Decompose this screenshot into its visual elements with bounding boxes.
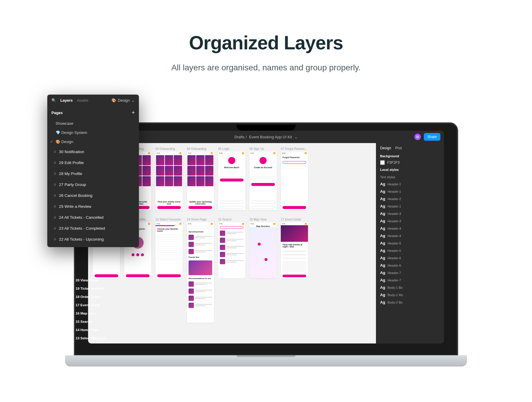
frame[interactable]: 06 Sign Up9:41 📶Create an Account: [249, 147, 277, 210]
layer-item[interactable]: 14 Home Page: [76, 326, 141, 334]
frame[interactable]: 14 Home Page9:41 📶Upcoming EventsPopular…: [187, 218, 214, 323]
search-icon[interactable]: 🔍: [51, 98, 56, 103]
layer-item[interactable]: #25 Write a Review: [47, 201, 139, 212]
frame-icon: #: [54, 204, 56, 209]
document-title[interactable]: Drafts / Event Booking App UI Kit ⌄: [234, 135, 298, 139]
figma-topbar: ◧ T ⧉ ✋ 💬 Drafts / Event Booking App UI …: [88, 131, 444, 143]
frame-icon: #: [54, 226, 56, 231]
layer-item[interactable]: 20 View Ticket: [76, 276, 141, 284]
layer-item[interactable]: #26 Cancel Booking: [47, 190, 139, 201]
text-style-item[interactable]: AgHeader-1: [380, 202, 440, 210]
layer-item[interactable]: 15 Search: [76, 317, 141, 326]
layer-item[interactable]: #29 Edit Profile: [47, 157, 139, 168]
tab-assets[interactable]: Assets: [77, 98, 88, 103]
ag-icon: Ag: [380, 197, 385, 201]
layer-item[interactable]: 16 Map View: [76, 309, 141, 317]
page-item[interactable]: 🎨 Design: [47, 137, 139, 146]
artboard[interactable]: 9:41 📶Map Direction: [249, 222, 277, 278]
artboard[interactable]: 9:41 📶Forgot Password: [281, 152, 308, 210]
ag-icon: Ag: [380, 211, 385, 216]
frame[interactable]: 15 Search9:41 📶: [218, 218, 245, 323]
tab-layers[interactable]: Layers: [60, 98, 73, 103]
user-avatar[interactable]: D: [414, 134, 421, 140]
laptop-base: [65, 355, 467, 367]
text-styles-label: Text styles: [380, 174, 440, 180]
layer-item[interactable]: 13 Select Favourite: [76, 334, 141, 342]
artboard[interactable]: 9:41 📶Party with friends at night • 2022: [281, 222, 308, 278]
text-style-item[interactable]: AgHeader-6: [380, 254, 440, 262]
frame-icon: #: [54, 237, 56, 241]
ag-icon: Ag: [380, 285, 385, 290]
frame[interactable]: 05 Login9:41 📶Welcome Back!: [218, 147, 245, 210]
frame[interactable]: 17 Event Detail9:41 📶Party with friends …: [281, 218, 308, 323]
figma-screen: ◧ T ⧉ ✋ 💬 Drafts / Event Booking App UI …: [88, 131, 444, 343]
layer-item[interactable]: #24 All Tickets - Cancelled: [47, 212, 139, 223]
tab-design[interactable]: Design: [380, 146, 391, 150]
layer-item[interactable]: 17 Event Detail: [76, 301, 141, 309]
artboard[interactable]: 9:41 📶Welcome Back!: [218, 152, 245, 210]
artboard[interactable]: 9:41 📶: [218, 222, 245, 278]
frame-label: 15 Search: [218, 218, 245, 221]
frame[interactable]: 07 Forgot Passwo...9:41 📶Forgot Password: [281, 147, 308, 210]
background-label: Background: [380, 154, 440, 158]
text-style-item[interactable]: AgHeader-7: [380, 276, 440, 284]
text-style-item[interactable]: AgHeader-4: [380, 225, 440, 232]
frame-label: 07 Forgot Passwo...: [281, 147, 308, 150]
page-selector-label: Design: [118, 98, 130, 103]
frame[interactable]: 04 Onboarding9:41 📶Update your upcoming …: [187, 147, 214, 210]
artboard[interactable]: 9:41 📶Choose your favorite event: [155, 222, 183, 278]
ag-icon: Ag: [380, 204, 385, 208]
page-item[interactable]: 💎 Design System: [47, 128, 139, 137]
text-style-item[interactable]: AgHeader-7: [380, 269, 440, 276]
frame[interactable]: 13 Select Favourite9:41 📶Choose your fav…: [155, 218, 183, 323]
text-style-item[interactable]: AgHeader-2: [380, 195, 440, 202]
layer-item[interactable]: 19 Ticket Booked: [76, 284, 141, 293]
text-style-item[interactable]: AgHeader-6: [380, 262, 440, 269]
layer-item[interactable]: #27 Party Group: [47, 179, 139, 190]
text-style-item[interactable]: AgHeader-4: [380, 232, 440, 239]
text-style-item[interactable]: AgBody-2 Bo: [380, 299, 440, 306]
layer-item[interactable]: #22 All Tickets - Upcoming: [47, 234, 139, 245]
page-item[interactable]: Showcase: [47, 119, 139, 128]
background-value: F3F2F3: [387, 161, 400, 165]
artboard[interactable]: 9:41 📶Upcoming EventsPopular NewRecommen…: [187, 222, 214, 323]
text-style-item[interactable]: AgHeader-1: [380, 188, 440, 195]
frame[interactable]: 03 Onboarding9:41 📶Find your nearby even…: [155, 147, 183, 210]
layer-item[interactable]: 18 Order Detail: [76, 293, 141, 301]
layer-item[interactable]: #30 Notification: [47, 146, 139, 157]
laptop-notch: [236, 125, 296, 131]
hero-title: Organized Layers: [0, 32, 532, 54]
text-styles-list: AgHeader-1AgHeader-1AgHeader-2AgHeader-1…: [380, 180, 440, 306]
text-style-item[interactable]: AgHeader-1: [380, 180, 440, 188]
chevron-down-icon: ⌄: [294, 135, 298, 139]
tab-prototype[interactable]: Prot: [395, 146, 402, 150]
artboard[interactable]: 9:41 📶Find your nearby event here: [155, 152, 183, 210]
add-page-button[interactable]: +: [132, 110, 135, 116]
frame-label: 03 Onboarding: [155, 147, 183, 150]
background-swatch[interactable]: [380, 160, 385, 165]
properties-panel: Design Prot Background F3F2F3 Local styl…: [376, 143, 444, 343]
frame[interactable]: 16 Map View9:41 📶Map Direction: [249, 218, 277, 323]
ag-icon: Ag: [380, 248, 385, 253]
artboard[interactable]: 9:41 📶Create an Account: [249, 152, 277, 210]
chevron-down-icon: ⌄: [132, 98, 135, 103]
ag-icon: Ag: [380, 263, 385, 268]
text-style-item[interactable]: AgBody-1 Bo: [380, 284, 440, 291]
page-selector[interactable]: 🎨 Design ⌄: [111, 98, 135, 103]
pages-section: Pages +: [47, 106, 139, 119]
text-style-item[interactable]: AgBody-1 Re: [380, 291, 440, 299]
artboard[interactable]: 9:41 📶Update your upcoming event here: [187, 152, 214, 210]
text-style-item[interactable]: AgHeader-3: [380, 217, 440, 225]
topbar-right: D Share: [414, 133, 440, 141]
background-row[interactable]: F3F2F3: [380, 160, 440, 165]
ag-icon: Ag: [380, 278, 385, 282]
ag-icon: Ag: [380, 189, 385, 194]
layer-item[interactable]: #23 All Tickets - Completed: [47, 223, 139, 234]
frame-label: 13 Select Favourite: [155, 218, 183, 221]
share-button[interactable]: Share: [424, 133, 440, 141]
layer-item[interactable]: #28 My Profile: [47, 168, 139, 179]
text-style-item[interactable]: AgHeader-3: [380, 210, 440, 217]
text-style-item[interactable]: AgHeader-5: [380, 239, 440, 247]
text-style-item[interactable]: AgHeader-5: [380, 247, 440, 254]
ag-icon: Ag: [380, 219, 385, 223]
